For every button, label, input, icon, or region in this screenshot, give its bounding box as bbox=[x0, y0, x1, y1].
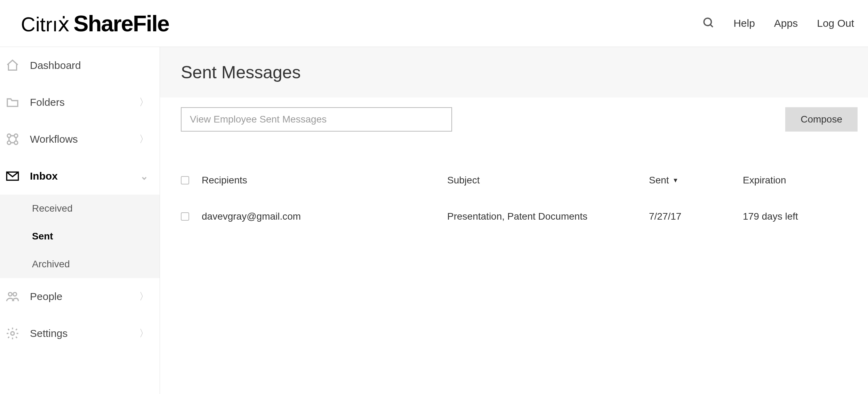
sidebar-inbox-subitems: Received Sent Archived bbox=[0, 195, 160, 278]
brand-logo: Citrıẋ ShareFile bbox=[21, 10, 169, 37]
svg-point-2 bbox=[7, 134, 11, 137]
page-header: Sent Messages bbox=[160, 47, 868, 97]
svg-point-9 bbox=[11, 332, 14, 335]
brand-right: ShareFile bbox=[73, 10, 169, 37]
page-title: Sent Messages bbox=[181, 62, 301, 82]
sidebar-item-label: Folders bbox=[30, 96, 139, 108]
mail-icon bbox=[5, 168, 20, 184]
table-header-row: Recipients Subject Sent ▼ Expiration bbox=[181, 162, 847, 198]
sidebar-item-folders[interactable]: Folders 〉 bbox=[0, 84, 160, 121]
col-header-subject[interactable]: Subject bbox=[447, 175, 649, 186]
checkbox-icon[interactable] bbox=[181, 176, 189, 184]
col-header-recipients[interactable]: Recipients bbox=[202, 175, 447, 186]
messages-table: Recipients Subject Sent ▼ Expiration dav… bbox=[160, 141, 868, 235]
apps-link[interactable]: Apps bbox=[774, 17, 798, 29]
sidebar-item-archived[interactable]: Archived bbox=[0, 250, 160, 278]
logout-link[interactable]: Log Out bbox=[817, 17, 854, 29]
people-icon bbox=[5, 289, 20, 304]
sidebar-item-dashboard[interactable]: Dashboard bbox=[0, 47, 160, 84]
main-content: Sent Messages Compose Recipients Subject… bbox=[160, 47, 868, 394]
brand-left: Citrıẋ bbox=[21, 13, 70, 36]
workflow-icon bbox=[5, 132, 20, 147]
chevron-right-icon: 〉 bbox=[139, 96, 149, 109]
sidebar-item-settings[interactable]: Settings 〉 bbox=[0, 315, 160, 352]
cell-expiration: 179 days left bbox=[743, 211, 847, 222]
cell-sent: 7/27/17 bbox=[649, 211, 743, 222]
home-icon bbox=[5, 58, 20, 73]
sidebar-item-workflows[interactable]: Workflows 〉 bbox=[0, 121, 160, 158]
sidebar-item-people[interactable]: People 〉 bbox=[0, 278, 160, 315]
svg-point-3 bbox=[14, 134, 18, 137]
sidebar-item-label: Received bbox=[32, 203, 149, 214]
row-select-cell[interactable] bbox=[181, 212, 202, 221]
sidebar-item-sent[interactable]: Sent bbox=[0, 222, 160, 250]
top-right-nav: Help Apps Log Out bbox=[702, 17, 854, 30]
sidebar-group-inbox: Inbox ⌄ Received Sent Archived bbox=[0, 158, 160, 278]
top-bar: Citrıẋ ShareFile Help Apps Log Out bbox=[0, 0, 868, 47]
checkbox-icon[interactable] bbox=[181, 212, 189, 221]
search-input[interactable] bbox=[190, 114, 443, 125]
sidebar-item-label: Archived bbox=[32, 259, 149, 270]
sidebar-item-label: Inbox bbox=[30, 170, 139, 182]
help-link[interactable]: Help bbox=[733, 17, 755, 29]
sidebar-item-label: Sent bbox=[32, 231, 149, 242]
folder-icon bbox=[5, 95, 20, 110]
search-icon[interactable] bbox=[702, 17, 714, 30]
svg-point-5 bbox=[14, 141, 18, 144]
compose-button[interactable]: Compose bbox=[785, 107, 858, 132]
sidebar: Dashboard Folders 〉 Workflows 〉 Inbox ⌄ bbox=[0, 47, 160, 394]
sidebar-item-label: People bbox=[30, 291, 139, 302]
svg-point-0 bbox=[704, 18, 711, 25]
col-header-sent[interactable]: Sent ▼ bbox=[649, 175, 743, 186]
sidebar-item-label: Dashboard bbox=[30, 60, 149, 71]
chevron-right-icon: 〉 bbox=[139, 290, 149, 303]
toolbar: Compose bbox=[160, 97, 868, 141]
svg-point-4 bbox=[7, 141, 11, 144]
select-all-cell[interactable] bbox=[181, 176, 202, 184]
sidebar-item-label: Workflows bbox=[30, 133, 139, 145]
svg-point-7 bbox=[8, 292, 12, 296]
chevron-down-icon: ⌄ bbox=[139, 171, 149, 182]
col-header-expiration[interactable]: Expiration bbox=[743, 175, 847, 186]
gear-icon bbox=[5, 326, 20, 341]
col-header-sent-label: Sent bbox=[649, 175, 669, 186]
chevron-right-icon: 〉 bbox=[139, 133, 149, 146]
sidebar-item-inbox[interactable]: Inbox ⌄ bbox=[0, 158, 160, 195]
svg-point-8 bbox=[13, 292, 17, 296]
svg-line-1 bbox=[710, 25, 713, 27]
cell-recipients: davevgray@gmail.com bbox=[202, 211, 447, 222]
sidebar-item-label: Settings bbox=[30, 328, 139, 339]
table-row[interactable]: davevgray@gmail.com Presentation, Patent… bbox=[181, 198, 847, 235]
employee-sent-search[interactable] bbox=[181, 107, 452, 132]
chevron-right-icon: 〉 bbox=[139, 327, 149, 340]
cell-subject: Presentation, Patent Documents bbox=[447, 211, 649, 222]
sidebar-item-received[interactable]: Received bbox=[0, 195, 160, 222]
sort-desc-icon: ▼ bbox=[673, 177, 679, 184]
